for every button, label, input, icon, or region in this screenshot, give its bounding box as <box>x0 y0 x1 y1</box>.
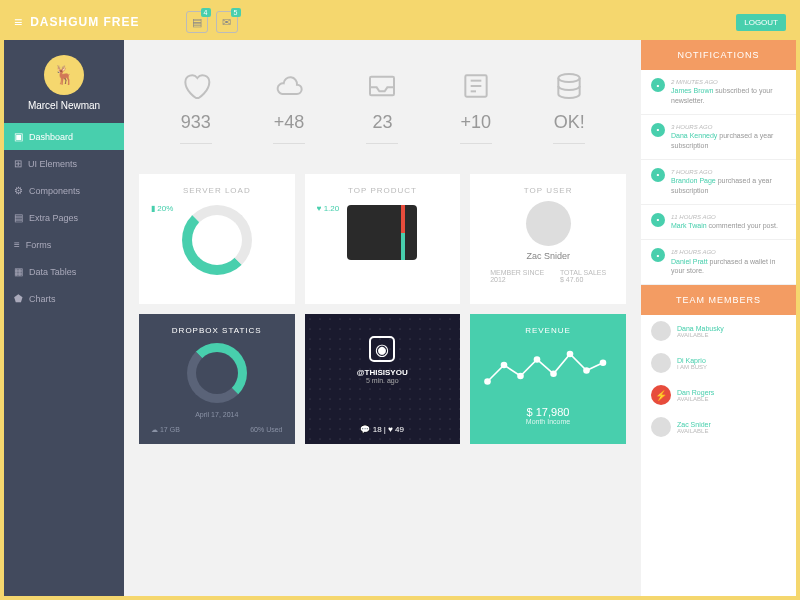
nav-icon: ≡ <box>14 239 20 250</box>
team-member[interactable]: Di KaprioI AM BUSY <box>641 347 796 379</box>
nav-icon: ⬟ <box>14 293 23 304</box>
server-donut <box>182 205 252 275</box>
notification-item[interactable]: •3 HOURS AGODana Kennedy purchased a yea… <box>641 115 796 160</box>
nav-forms[interactable]: ≡Forms <box>4 231 124 258</box>
svg-point-7 <box>501 362 508 369</box>
nav-icon: ▦ <box>14 266 23 277</box>
notif-icon: • <box>651 213 665 227</box>
svg-point-8 <box>517 373 524 380</box>
server-pct: ▮ 20% <box>151 204 173 213</box>
notification-item[interactable]: •18 HOURS AGODaniel Pratt purchased a wa… <box>641 240 796 285</box>
nav-icon: ⚙ <box>14 185 23 196</box>
top-user-card: TOP USER Zac Snider MEMBER SINCE2012 TOT… <box>470 174 626 304</box>
mail-button[interactable]: ✉5 <box>216 11 238 33</box>
nav-icon: ⊞ <box>14 158 22 169</box>
team-header: TEAM MEMBERS <box>641 285 796 315</box>
notifications-header: NOTIFICATIONS <box>641 40 796 70</box>
notif-icon: • <box>651 123 665 137</box>
svg-point-10 <box>550 371 557 378</box>
notification-item[interactable]: •2 MINUTES AGOJames Brown subscribed to … <box>641 70 796 115</box>
svg-rect-0 <box>370 77 394 96</box>
right-sidebar: NOTIFICATIONS •2 MINUTES AGOJames Brown … <box>641 40 796 596</box>
svg-point-9 <box>534 356 541 363</box>
nav-icon: ▤ <box>14 212 23 223</box>
notif-icon: • <box>651 248 665 262</box>
user-avatar[interactable]: 🦌 <box>44 55 84 95</box>
svg-point-5 <box>559 74 580 82</box>
revenue-card: REVENUE $ 17,980 Month Income <box>470 314 626 444</box>
main-content: 933+4823+10OK! SERVER LOAD ▮ 20% TOP PRO… <box>124 40 641 596</box>
member-avatar <box>651 353 671 373</box>
notif-icon: • <box>651 168 665 182</box>
nav-components[interactable]: ⚙Components <box>4 177 124 204</box>
username: Marcel Newman <box>4 100 124 111</box>
top-user-avatar <box>526 201 571 246</box>
logout-button[interactable]: LOGOUT <box>736 14 786 31</box>
inbox-button[interactable]: ▤4 <box>186 11 208 33</box>
stat-inbox: 23 <box>366 70 398 144</box>
member-avatar <box>651 417 671 437</box>
svg-point-12 <box>583 367 590 374</box>
inbox-icon <box>366 70 398 102</box>
dropbox-donut <box>187 343 247 403</box>
instagram-card: ◉ @THISISYOU 5 min. ago 💬 18 | ♥ 49 <box>305 314 461 444</box>
revenue-chart <box>482 343 614 398</box>
dropbox-card: DROPBOX STATICS April 17, 2014 ☁ 17 GB 6… <box>139 314 295 444</box>
cloud-icon <box>273 70 305 102</box>
team-member[interactable]: ⚡Dan RogersAVAILABLE <box>641 379 796 411</box>
member-avatar: ⚡ <box>651 385 671 405</box>
server-load-card: SERVER LOAD ▮ 20% <box>139 174 295 304</box>
notification-item[interactable]: •7 HOURS AGOBrandon Page purchased a yea… <box>641 160 796 205</box>
nav-extra-pages[interactable]: ▤Extra Pages <box>4 204 124 231</box>
member-avatar <box>651 321 671 341</box>
nav-icon: ▣ <box>14 131 23 142</box>
stat-heart: 933 <box>180 70 212 144</box>
stat-cloud: +48 <box>273 70 305 144</box>
team-member[interactable]: Zac SniderAVAILABLE <box>641 411 796 443</box>
notif-icon: • <box>651 78 665 92</box>
wallet-image <box>347 205 417 260</box>
svg-point-6 <box>484 378 491 385</box>
stat-news: +10 <box>460 70 492 144</box>
db-icon <box>553 70 585 102</box>
product-likes: ♥ 1.20 <box>317 204 340 213</box>
nav-charts[interactable]: ⬟Charts <box>4 285 124 312</box>
heart-icon <box>180 70 212 102</box>
nav-data-tables[interactable]: ▦Data Tables <box>4 258 124 285</box>
instagram-icon: ◉ <box>369 336 395 362</box>
stat-db: OK! <box>553 70 585 144</box>
svg-point-13 <box>600 360 607 367</box>
news-icon <box>460 70 492 102</box>
sidebar: 🦌 Marcel Newman ▣Dashboard⊞UI Elements⚙C… <box>4 40 124 596</box>
inbox-badge: 4 <box>201 8 211 17</box>
nav-dashboard[interactable]: ▣Dashboard <box>4 123 124 150</box>
brand: DASHGUM FREE <box>30 15 139 29</box>
svg-point-11 <box>567 351 574 358</box>
team-member[interactable]: Dana MabuskyAVAILABLE <box>641 315 796 347</box>
notification-item[interactable]: •11 HOURS AGOMark Twain commented your p… <box>641 205 796 240</box>
menu-toggle[interactable]: ≡ <box>14 14 22 30</box>
top-product-card: TOP PRODUCT ♥ 1.20 <box>305 174 461 304</box>
mail-badge: 5 <box>231 8 241 17</box>
nav-ui-elements[interactable]: ⊞UI Elements <box>4 150 124 177</box>
